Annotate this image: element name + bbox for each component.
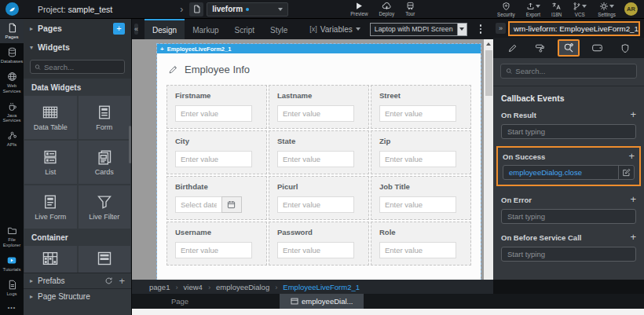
variables-button[interactable]: [x] Variables — [309, 25, 360, 34]
tab-style[interactable]: Style — [262, 19, 295, 39]
field-street[interactable]: Street — [371, 85, 471, 129]
add-event-button[interactable]: + — [630, 233, 636, 241]
sidebar-item-apis[interactable]: APIs — [0, 126, 24, 151]
widget-search[interactable] — [30, 60, 125, 74]
field-label: Firstname — [175, 91, 258, 100]
on-result-input[interactable] — [501, 124, 636, 139]
field-input[interactable] — [379, 242, 456, 258]
tab-security[interactable] — [614, 39, 636, 57]
pages-section-header[interactable]: ▸ Pages + — [24, 19, 131, 38]
widget-list[interactable]: List — [24, 141, 77, 184]
field-input[interactable] — [277, 105, 354, 122]
breadcrumb-page1[interactable]: page1 — [149, 283, 170, 291]
field-password[interactable]: Password — [269, 222, 369, 266]
field-input[interactable] — [277, 242, 354, 258]
sidebar-item-java-services[interactable]: Java Services — [0, 97, 24, 127]
field-state[interactable]: State — [269, 130, 369, 174]
edit-action-button[interactable] — [618, 166, 634, 179]
breadcrumb-view4[interactable]: view4 — [184, 283, 203, 291]
widget-data-table[interactable]: Data Table — [24, 96, 77, 139]
field-input[interactable] — [175, 242, 252, 258]
deploy-button[interactable]: Deploy — [379, 0, 395, 19]
field-zip[interactable]: Zip — [371, 130, 471, 174]
add-event-button[interactable]: + — [630, 111, 636, 119]
device-selector[interactable]: Laptop with MDPI Screen — [370, 23, 467, 36]
breadcrumb-employeedialog[interactable]: employeeDialog — [216, 283, 269, 291]
widget-live-filter[interactable]: Live Filter — [79, 185, 131, 229]
widget-live-form[interactable]: Live Form — [24, 185, 77, 229]
field-picurl[interactable]: Picurl — [269, 176, 369, 220]
vcs-button[interactable]: VCS — [573, 0, 587, 19]
breadcrumb-employeeliveform[interactable]: EmployeeLiveForm2_1 — [283, 283, 360, 291]
left-panel-scrollbar[interactable] — [129, 126, 131, 163]
prefabs-section[interactable]: ▸ Prefabs + — [24, 273, 131, 288]
on-success-action-link[interactable]: employeeDialog.close — [503, 168, 618, 177]
field-city[interactable]: City — [166, 130, 267, 174]
tab-markup[interactable]: Markup — [185, 19, 226, 39]
widget-cards[interactable]: Cards — [79, 141, 131, 184]
field-lastname[interactable]: Lastname — [269, 85, 369, 129]
field-birthdate[interactable]: Birthdate — [166, 176, 267, 220]
field-label: City — [175, 137, 258, 145]
field-username[interactable]: Username — [166, 222, 267, 266]
refresh-icon[interactable] — [104, 277, 113, 285]
expand-right-panel-button[interactable]: » — [496, 23, 506, 34]
add-event-button[interactable]: + — [630, 196, 636, 203]
field-role[interactable]: Role — [371, 222, 471, 266]
selected-widget-bar[interactable]: + EmployeeLiveForm2_1 — [157, 44, 481, 53]
widget-search-input[interactable] — [44, 63, 120, 71]
sidebar-item-web-services[interactable]: Web Services — [0, 68, 24, 97]
canvas-vertical-scrollbar[interactable] — [484, 39, 493, 288]
tab-employee-dialog[interactable]: employeeDial... — [280, 294, 364, 309]
page-structure-section[interactable]: ▸ Page Structure — [24, 288, 131, 304]
add-page-button[interactable]: + — [113, 23, 125, 35]
tab-styles[interactable] — [529, 39, 551, 57]
tab-design[interactable]: Design — [145, 19, 185, 39]
wavemaker-logo-icon[interactable] — [5, 2, 19, 16]
field-job-title[interactable]: Job Title — [371, 176, 471, 220]
widget-form[interactable]: Form — [79, 96, 131, 139]
field-input[interactable] — [379, 151, 456, 167]
collapse-left-panel-button[interactable]: « — [134, 24, 138, 35]
preview-button[interactable]: Preview — [350, 0, 368, 19]
tab-device[interactable] — [586, 39, 608, 57]
sidebar-item-logs[interactable]: Logs — [0, 276, 24, 300]
more-options-icon[interactable] — [477, 24, 485, 34]
search-gear-icon — [563, 42, 574, 53]
tab-script[interactable]: Script — [227, 19, 263, 39]
field-input[interactable] — [277, 151, 354, 167]
field-input[interactable] — [379, 105, 456, 122]
export-button[interactable]: Export — [526, 0, 540, 19]
sidebar-item-databases[interactable]: Databases — [0, 43, 24, 68]
user-avatar[interactable]: AR — [624, 2, 638, 16]
add-prefab-button[interactable]: + — [119, 275, 125, 287]
sidebar-item-pages[interactable]: Pages — [0, 19, 24, 43]
field-input[interactable] — [175, 151, 252, 167]
properties-search[interactable] — [500, 64, 637, 79]
add-event-button[interactable]: + — [628, 152, 635, 160]
on-error-input[interactable] — [501, 209, 636, 224]
date-input[interactable] — [175, 196, 221, 213]
field-input[interactable] — [175, 105, 252, 122]
sidebar-item-tutorials[interactable]: Tutorials — [0, 251, 24, 276]
security-button[interactable]: Security — [497, 0, 515, 19]
field-input[interactable] — [379, 196, 456, 213]
widget-grid-layout[interactable] — [24, 246, 77, 273]
on-before-service-call-input[interactable] — [501, 247, 636, 262]
properties-search-input[interactable] — [515, 67, 631, 75]
tab-events[interactable] — [558, 39, 580, 57]
widget-panel[interactable] — [79, 246, 131, 273]
tab-properties[interactable] — [501, 39, 523, 57]
field-input[interactable] — [277, 196, 354, 213]
tab-page[interactable]: Page — [149, 294, 210, 309]
tour-button[interactable]: Tour — [405, 0, 415, 19]
field-firstname[interactable]: Firstname — [166, 85, 267, 129]
i18n-button[interactable]: I18N — [551, 0, 562, 19]
sidebar-more-icon[interactable]: ••• — [0, 300, 24, 315]
sidebar-item-file-explorer[interactable]: File Explorer — [0, 222, 24, 251]
settings-button[interactable]: Settings — [598, 0, 616, 19]
calendar-button[interactable] — [221, 196, 242, 213]
page-selector-dropdown[interactable]: liveform — [207, 2, 288, 16]
top-bar: Project: sample_test › liveform Preview … — [0, 0, 644, 19]
widgets-section-header[interactable]: ▾ Widgets — [24, 38, 131, 57]
